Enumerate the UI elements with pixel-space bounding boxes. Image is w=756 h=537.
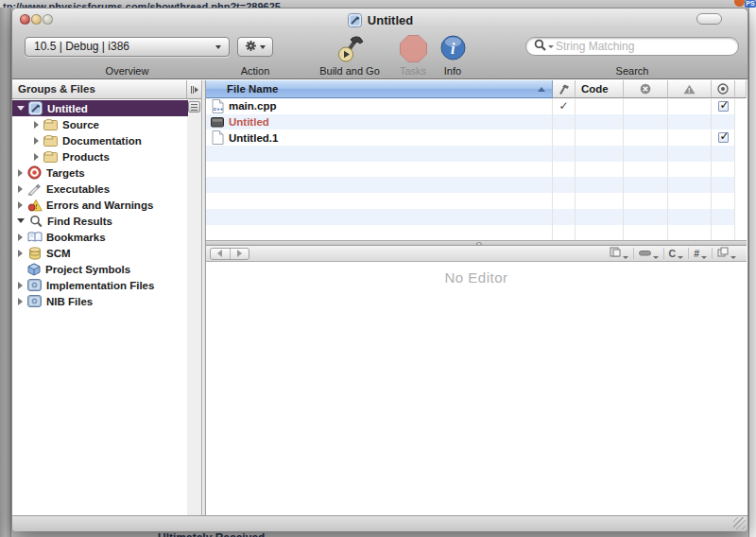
disclosure-triangle-icon[interactable] [18,250,23,257]
table-row-Untitled.1[interactable]: Untitled.1✓ [206,130,747,146]
xcode-app-icon [347,13,363,27]
blank-doc-icon [209,130,226,145]
disclosure-triangle-icon[interactable] [18,298,23,305]
table-row-main.cpp[interactable]: c++main.cpp✓✓ [206,98,747,114]
column-header-code[interactable]: Code [576,80,624,98]
status-bar [12,515,747,531]
counterpart-icon [610,247,621,259]
tasks-button[interactable] [399,34,428,67]
disclosure-triangle-icon[interactable] [18,169,23,177]
magnifier-icon [27,214,43,228]
cpp-file-icon: c++ [209,99,226,113]
background-favicon [734,0,745,7]
bookmark-menu-menu[interactable] [633,248,663,259]
column-header-target[interactable] [712,80,735,98]
copy-icon [717,247,729,259]
class-popup-menu[interactable]: C [663,248,689,259]
forward-arrow-icon [237,250,242,257]
search-icon[interactable] [534,38,546,55]
sidebar-item-label: Project Symbols [45,264,130,275]
counterpart-menu[interactable] [605,248,633,259]
sidebar-item-products[interactable]: Products [12,148,188,165]
sidebar-item-untitled[interactable]: Untitled [12,100,188,116]
xcode-project-icon [27,101,43,115]
xcode-window: Untitled 10.5 | Debug | i386 Overview Ac… [11,8,748,531]
sidebar-item-label: Products [62,151,110,163]
target-membership-checkbox[interactable]: ✓ [718,101,729,112]
target-membership-checkbox[interactable]: ✓ [718,132,729,143]
overview-label: Overview [25,65,230,77]
sidebar-item-implementation-files[interactable]: Implementation Files [12,277,188,293]
sidebar-split-handle[interactable] [187,80,201,99]
book-icon [26,230,43,244]
action-label: Action [237,65,273,77]
search-input[interactable] [556,40,730,53]
disclosure-triangle-icon[interactable] [34,137,39,145]
search-scope-chevron-icon[interactable] [548,45,554,48]
chevron-down-icon [623,256,628,259]
sidebar-item-scm[interactable]: SCM [12,245,188,261]
disclosure-triangle-icon[interactable] [17,106,25,111]
sidebar-item-project-symbols[interactable]: Project Symbols [12,261,188,277]
history-nav-control [210,248,249,260]
column-header-build[interactable] [553,80,576,98]
chevron-down-icon [678,256,683,259]
sidebar-item-executables[interactable]: Executables [12,181,188,197]
info-label: Info [440,65,465,77]
line-popup-menu[interactable]: # [688,248,712,259]
sidebar-menu-button[interactable] [188,101,200,113]
disclosure-triangle-icon[interactable] [34,121,39,129]
sidebar-item-documentation[interactable]: Documentation [12,132,188,148]
sidebar-item-label: Documentation [62,135,142,147]
info-button[interactable]: i [440,35,466,64]
disclosure-triangle-icon[interactable] [18,201,23,209]
copy-menu[interactable] [712,248,741,259]
table-row-Untitled[interactable]: Untitled [206,114,747,130]
disclosure-triangle-icon[interactable] [18,234,23,241]
target-gray-icon [712,83,734,95]
forward-button[interactable] [230,249,249,259]
sidebar-scrollbar-track[interactable] [187,80,201,515]
folder-icon [43,149,59,164]
column-header-file-name[interactable]: File Name [206,80,553,98]
overview-popup-button[interactable]: 10.5 | Debug | i386 [25,37,230,57]
sidebar-item-label: SCM [46,248,71,259]
disclosure-triangle-icon[interactable] [34,153,39,161]
sidebar-item-nib-files[interactable]: NIB Files [12,293,188,309]
scm-icon [26,246,43,260]
action-button[interactable] [237,37,273,57]
file-table-body: c++main.cpp✓✓UntitledUntitled.1✓ [206,98,747,240]
build-and-go-button[interactable] [333,32,370,68]
background-badge: PS [745,0,756,8]
sidebar-item-errors-and-warnings[interactable]: !Errors and Warnings [12,197,188,213]
split-handle-icon [191,86,192,94]
sidebar-header[interactable]: Groups & Files [12,80,187,99]
editor-nav-menus: C# [605,246,741,261]
sidebar-item-bookmarks[interactable]: Bookmarks [12,229,188,245]
window-content: Groups & Files UntitledSourceDocumentati… [12,80,747,515]
file-name-label: main.cpp [229,100,276,112]
resize-grip[interactable] [733,517,746,529]
executable-icon [26,182,43,196]
sidebar-item-source[interactable]: Source [12,116,188,132]
sidebar-item-label: Targets [46,167,85,179]
back-arrow-icon [217,250,222,257]
disclosure-triangle-icon[interactable] [18,185,23,193]
search-field[interactable] [525,37,739,56]
file-name-label: Untitled.1 [229,132,278,144]
no-editor-placeholder: No Editor [206,269,747,286]
column-header-warnings[interactable]: ! [668,80,712,98]
disclosure-triangle-icon[interactable] [17,218,25,223]
warning-gray-icon: ! [668,84,711,95]
table-row-empty [206,209,747,225]
detail-pane: File NameCode! c++main.cpp✓✓UntitledUnti… [206,80,747,515]
disclosure-triangle-icon[interactable] [18,282,23,289]
file-name-cell: Untitled.1 [206,130,553,146]
toolbar-toggle-pill-button[interactable] [696,13,722,25]
back-button[interactable] [211,249,230,259]
column-header-errors[interactable] [624,80,668,98]
titlebar[interactable]: Untitled [12,11,747,27]
overview-popup-value: 10.5 | Debug | i386 [34,40,129,53]
sidebar-item-find-results[interactable]: Find Results [12,213,188,229]
sidebar-item-targets[interactable]: Targets [12,165,188,181]
